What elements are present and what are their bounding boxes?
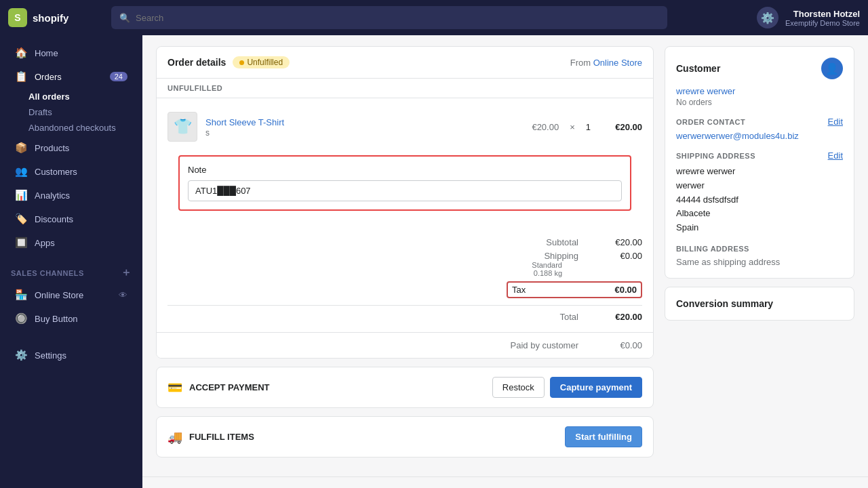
note-section: Note <box>178 155 631 211</box>
shipping-address-header: SHIPPING ADDRESS Edit <box>676 150 843 161</box>
tax-label: Tax <box>512 285 526 295</box>
total-value: €20.00 <box>595 312 642 322</box>
payment-header: 💳 ACCEPT PAYMENT Restock Capture payment <box>167 377 642 398</box>
payment-card-content: 💳 ACCEPT PAYMENT Restock Capture payment <box>157 367 653 407</box>
note-input[interactable] <box>188 180 622 201</box>
tax-highlighted-box: Tax €0.00 <box>507 281 642 298</box>
user-store: Exemptify Demo Store <box>785 19 860 27</box>
paid-value: €0.00 <box>595 340 642 350</box>
user-menu[interactable]: ⚙️ Thorsten Hotzel Exemptify Demo Store <box>757 7 860 28</box>
order-sidebar-column: Customer 👤 wrewre werwer No orders ORDER… <box>665 46 854 466</box>
capture-payment-button[interactable]: Capture payment <box>550 377 642 398</box>
fulfill-card-content: 🚚 FULFILL ITEMS Start fulfilling <box>157 417 653 457</box>
order-contact-edit-link[interactable]: Edit <box>828 117 843 127</box>
fulfill-items-card: 🚚 FULFILL ITEMS Start fulfilling <box>156 416 654 458</box>
customer-name-link[interactable]: wrewre werwer <box>676 86 843 96</box>
sidebar-item-analytics[interactable]: 📊 Analytics <box>4 184 138 207</box>
order-details-header: Order details Unfulfilled From Online St… <box>157 47 653 79</box>
customer-card: Customer 👤 wrewre werwer No orders ORDER… <box>665 46 854 279</box>
accept-payment-card: 💳 ACCEPT PAYMENT Restock Capture payment <box>156 367 654 408</box>
order-contact-header: ORDER CONTACT Edit <box>676 117 843 127</box>
shipping-row: Shipping Standard 0.188 kg €0.00 <box>167 249 642 279</box>
shipping-method: Standard <box>497 261 578 269</box>
sidebar-item-apps[interactable]: 🔲 Apps <box>4 231 138 254</box>
store-link[interactable]: Online Store <box>593 58 642 68</box>
customer-orders-count: No orders <box>676 98 843 107</box>
shopify-logo[interactable]: S shopify <box>8 8 103 27</box>
price-multiplier: × <box>570 122 575 132</box>
sidebar-item-online-store[interactable]: 🏪 Online Store 👁 <box>4 283 138 306</box>
paid-label: Paid by customer <box>511 340 595 350</box>
product-thumbnail: 👕 <box>167 112 197 142</box>
start-fulfilling-button[interactable]: Start fulfilling <box>565 426 642 447</box>
sidebar-item-orders[interactable]: 📋 Orders 24 <box>4 65 138 88</box>
product-name-link[interactable]: Short Sleeve T-Shirt <box>205 117 284 127</box>
sidebar-sub-abandoned[interactable]: Abandoned checkouts <box>0 120 142 136</box>
home-icon: 🏠 <box>15 47 28 59</box>
sidebar-item-discounts[interactable]: 🏷️ Discounts <box>4 207 138 230</box>
unfulfilled-badge: Unfulfilled <box>233 56 290 68</box>
tax-row: Tax €0.00 <box>167 279 642 301</box>
user-name: Thorsten Hotzel <box>785 9 860 19</box>
unfulfilled-section-label: UNFULFILLED <box>157 79 653 98</box>
sidebar-item-customers[interactable]: 👥 Customers <box>4 160 138 183</box>
order-main-column: Order details Unfulfilled From Online St… <box>156 46 654 466</box>
tax-value: €0.00 <box>614 285 637 295</box>
quantity: 1 <box>586 122 591 132</box>
total-label: Total <box>513 312 595 322</box>
sidebar-item-label: Apps <box>35 238 55 248</box>
logo-icon: S <box>8 8 27 27</box>
sidebar-item-settings[interactable]: ⚙️ Settings <box>4 344 138 367</box>
shipping-address-edit-link[interactable]: Edit <box>828 150 843 161</box>
customer-avatar: 👤 <box>821 58 843 79</box>
unit-price: €20.00 <box>532 122 559 132</box>
sidebar-item-label: Orders <box>35 72 62 82</box>
address-country: Spain <box>676 221 843 235</box>
visibility-icon[interactable]: 👁 <box>119 290 127 300</box>
sidebar-sub-all-orders[interactable]: All orders <box>0 89 142 104</box>
discounts-icon: 🏷️ <box>15 213 28 225</box>
main-layout: 🏠 Home 📋 Orders 24 All orders Drafts Aba… <box>0 35 868 488</box>
sidebar-item-label: Buy Button <box>35 314 78 324</box>
order-source: From Online Store <box>570 58 642 68</box>
address-name: wrewre werwer <box>676 165 843 179</box>
conversion-title: Conversion summary <box>676 298 843 309</box>
sidebar-item-label: Products <box>35 143 69 153</box>
sidebar-sub-drafts[interactable]: Drafts <box>0 104 142 120</box>
total-row: Total €20.00 <box>167 310 642 324</box>
line-item: 👕 Short Sleeve T-Shirt s €20.00 × 1 <box>167 106 642 147</box>
product-variant: s <box>205 128 524 138</box>
totals-section: Subtotal €20.00 Shipping Standard 0.188 … <box>157 227 653 332</box>
abandoned-label: Abandoned checkouts <box>28 123 116 133</box>
sidebar-item-label: Online Store <box>35 290 83 300</box>
sidebar-item-label: Discounts <box>35 214 73 224</box>
search-bar[interactable]: 🔍 <box>111 6 667 29</box>
line-item-pricing: €20.00 × 1 €20.00 <box>532 122 642 132</box>
restock-button[interactable]: Restock <box>492 377 545 398</box>
customer-email[interactable]: werwerwerwer@modules4u.biz <box>676 131 843 141</box>
sidebar-item-label: Customers <box>35 167 77 177</box>
main-content: Order details Unfulfilled From Online St… <box>142 35 868 488</box>
add-channel-icon[interactable]: ＋ <box>121 266 132 280</box>
address-line2: 44444 dsfsdfsdf <box>676 193 843 207</box>
products-icon: 📦 <box>15 142 28 154</box>
conversion-summary-card: Conversion summary <box>665 287 854 321</box>
shipping-label: Shipping <box>497 251 578 261</box>
sidebar-item-label: Analytics <box>35 190 70 201</box>
customers-icon: 👥 <box>15 165 28 178</box>
sidebar: 🏠 Home 📋 Orders 24 All orders Drafts Aba… <box>0 35 142 488</box>
sales-channels-label: SALES CHANNELS ＋ <box>0 255 142 283</box>
bottom-banner: Valid VAT ID will be inserted as order n… <box>142 476 868 488</box>
logo-text: shopify <box>33 12 68 24</box>
orders-icon: 📋 <box>15 70 28 83</box>
sidebar-item-products[interactable]: 📦 Products <box>4 136 138 159</box>
analytics-icon: 📊 <box>15 189 28 201</box>
sidebar-item-label: Home <box>35 48 58 58</box>
sidebar-item-buy-button[interactable]: 🔘 Buy Button <box>4 307 138 330</box>
sidebar-item-home[interactable]: 🏠 Home <box>4 41 138 64</box>
note-label: Note <box>188 165 622 175</box>
drafts-label: Drafts <box>28 107 52 117</box>
orders-badge: 24 <box>110 72 127 81</box>
search-input[interactable] <box>136 13 659 23</box>
sidebar-item-label: Settings <box>35 350 66 361</box>
